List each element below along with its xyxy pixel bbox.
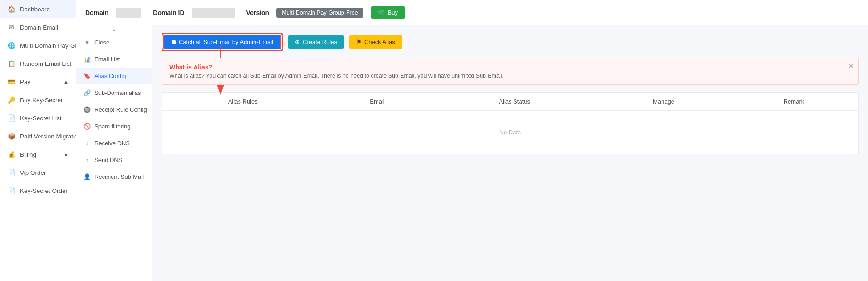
no-data-cell: No Data	[162, 111, 859, 154]
sidebar-item-key-order[interactable]: 📄 Key-Secret Order	[0, 182, 76, 200]
sidebar-item-vip-order[interactable]: 📄 Vip Order	[0, 163, 76, 182]
domain-label: Domain	[85, 9, 108, 16]
sidebar-label-vip-order: Vip Order	[20, 169, 46, 176]
sidebar-item-multi-domain[interactable]: 🌐 Multi-Domain Pay-Group	[0, 36, 76, 54]
scroll-up-button[interactable]: ▲	[76, 25, 152, 34]
up-arrow-icon: ↑	[83, 157, 91, 163]
buy-button[interactable]: 🛒 Buy	[371, 6, 405, 19]
check-alias-button[interactable]: ⚑ Check Alias	[349, 35, 402, 49]
table-empty-row: No Data	[162, 111, 859, 154]
sidebar-label-dashboard: Dashboard	[20, 6, 50, 13]
sub-nav-label-sub-domain: Sub-Domain alias	[94, 89, 141, 96]
sidebar-label-key-list: Key-Secret List	[20, 115, 62, 122]
sidebar-label-billing: Billing	[20, 151, 36, 158]
main-area: Domain Domain ID Version Multi-Domain Pa…	[76, 0, 868, 281]
catch-icon	[172, 40, 176, 44]
key-icon: 🔑	[7, 96, 15, 104]
info-box: What is Alias? What is alias? You can ca…	[162, 58, 859, 85]
sub-nav-label-close: Close	[94, 39, 109, 46]
sub-nav-label-recipient: Recipient Sub-Mail	[94, 173, 144, 180]
sub-nav-sub-domain[interactable]: 🔗 Sub-Domain alias	[76, 84, 152, 101]
action-bar: Catch all Sub-Email by Admin-Email ⊕ Cre…	[162, 33, 859, 51]
check-alias-icon: ⚑	[356, 39, 362, 45]
sub-nav-email-list[interactable]: 📊 Email List	[76, 51, 152, 68]
alias-icon: 🔖	[83, 73, 91, 79]
sidebar-item-billing[interactable]: 💰 Billing ▲	[0, 145, 76, 163]
spam-icon: 🚫	[83, 123, 91, 130]
doc-icon: 📄	[7, 114, 15, 122]
sidebar-item-dashboard[interactable]: 🏠 Dashboard	[0, 0, 76, 18]
sub-nav-label-alias-config: Alias Config	[94, 73, 126, 79]
buy-icon: 🛒	[378, 9, 385, 16]
sidebar-label-paid-version: Paid Version Migration	[20, 133, 76, 140]
alias-table: Alias Rules Email Alias Status Manage Re…	[162, 92, 859, 154]
sidebar-label-buy-key: Buy Key-Secret	[20, 97, 63, 104]
sidebar-label-pay: Pay	[20, 79, 30, 85]
info-box-text: What is alias? You can catch all Sub-Ema…	[169, 73, 851, 79]
sidebar-item-key-list[interactable]: 📄 Key-Secret List	[0, 109, 76, 127]
col-manage: Manage	[598, 93, 729, 111]
sub-nav-spam[interactable]: 🚫 Spam filtering	[76, 118, 152, 135]
info-box-close-button[interactable]: ✕	[848, 62, 854, 70]
sidebar-label-key-order: Key-Secret Order	[20, 187, 68, 194]
sub-nav-label-email-list: Email List	[94, 56, 120, 63]
vip-icon: 📄	[7, 169, 15, 176]
order-icon: 📄	[7, 187, 15, 194]
version-badge: Multi-Domain Pay-Group-Free	[276, 8, 363, 18]
billing-icon: 💰	[7, 151, 15, 158]
sidebar-label-random-email: Random Email List	[20, 60, 71, 67]
chart-icon: 📊	[83, 56, 91, 63]
list-icon: 📋	[7, 60, 15, 67]
sidebar: 🏠 Dashboard ✉ Domain Email 🌐 Multi-Domai…	[0, 0, 76, 281]
domain-value	[116, 8, 141, 18]
chevron-up-icon-billing: ▲	[64, 152, 69, 157]
create-icon: ⊕	[295, 39, 300, 45]
sidebar-item-paid-version[interactable]: 📦 Paid Version Migration	[0, 127, 76, 145]
sidebar-item-pay[interactable]: 💳 Pay ▲	[0, 73, 76, 91]
menu-icon: ≡	[83, 39, 91, 46]
sidebar-item-random-email[interactable]: 📋 Random Email List	[0, 54, 76, 73]
catch-button-highlight: Catch all Sub-Email by Admin-Email	[162, 33, 283, 51]
sub-nav-send-dns[interactable]: ↑ Send DNS	[76, 152, 152, 168]
globe-icon: 🌐	[7, 42, 15, 49]
col-email: Email	[324, 93, 431, 111]
package-icon: 📦	[7, 133, 15, 140]
sub-nav-label-receipt: Receipt Rule Config	[94, 106, 147, 113]
sub-nav-close[interactable]: ≡ Close	[76, 34, 152, 51]
sidebar-item-domain-email[interactable]: ✉ Domain Email	[0, 18, 76, 36]
domain-id-label: Domain ID	[153, 9, 184, 16]
sidebar-label-multi-domain: Multi-Domain Pay-Group	[20, 42, 76, 49]
page-content: Catch all Sub-Email by Admin-Email ⊕ Cre…	[152, 25, 868, 281]
user-icon: 👤	[83, 173, 91, 180]
pay-icon: 💳	[7, 78, 15, 85]
down-arrow-icon: ↓	[83, 140, 91, 147]
email-icon: ✉	[7, 24, 15, 31]
sidebar-label-domain-email: Domain Email	[20, 24, 58, 31]
sub-nav-label-send-dns: Send DNS	[94, 157, 122, 163]
domain-id-value	[192, 8, 235, 18]
link-icon: 🔗	[83, 89, 91, 96]
sub-nav-alias-config[interactable]: 🔖 Alias Config	[76, 68, 152, 84]
home-icon: 🏠	[7, 5, 15, 13]
info-box-title: What is Alias?	[169, 64, 851, 71]
create-rules-button[interactable]: ⊕ Create Rules	[288, 35, 344, 49]
col-alias-status: Alias Status	[431, 93, 598, 111]
sub-nav-label-spam: Spam filtering	[94, 123, 130, 130]
col-alias-rules: Alias Rules	[162, 93, 324, 111]
topbar: Domain Domain ID Version Multi-Domain Pa…	[76, 0, 868, 25]
version-label: Version	[246, 9, 270, 16]
sidebar-item-buy-key[interactable]: 🔑 Buy Key-Secret	[0, 91, 76, 109]
sub-nav-label-receive-dns: Receive DNS	[94, 140, 130, 147]
sub-nav: ▲ ≡ Close 📊 Email List 🔖 Alias Config 🔗 …	[76, 25, 152, 281]
catch-all-button[interactable]: Catch all Sub-Email by Admin-Email	[163, 35, 281, 49]
col-remark: Remark	[729, 93, 859, 111]
sub-nav-recipient[interactable]: 👤 Recipient Sub-Mail	[76, 168, 152, 185]
rule-icon: 🔘	[83, 106, 91, 113]
chevron-up-icon: ▲	[64, 79, 69, 84]
table-header-row: Alias Rules Email Alias Status Manage Re…	[162, 93, 859, 111]
sub-nav-receive-dns[interactable]: ↓ Receive DNS	[76, 135, 152, 152]
content-area: ▲ ≡ Close 📊 Email List 🔖 Alias Config 🔗 …	[76, 25, 868, 281]
sub-nav-receipt-rule[interactable]: 🔘 Receipt Rule Config	[76, 101, 152, 118]
